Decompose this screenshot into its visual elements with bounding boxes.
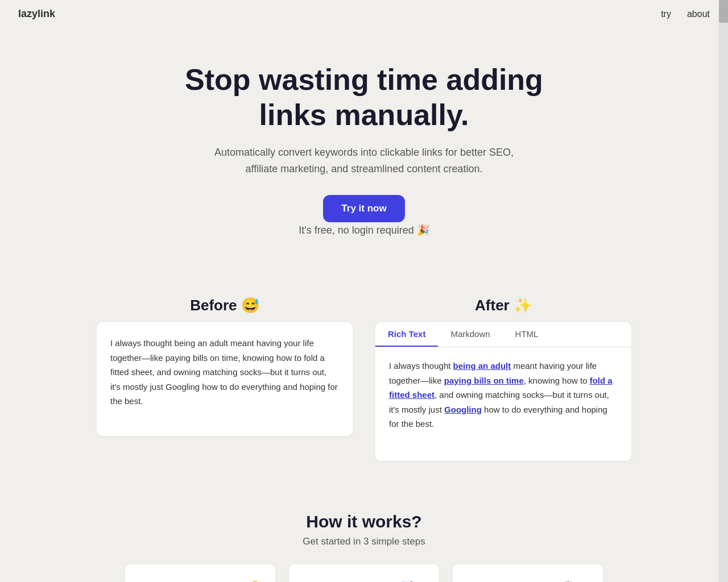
after-tabs: Rich Text Markdown HTML <box>375 322 631 347</box>
before-heading: Before 😅 <box>97 297 353 314</box>
nav-links: try about <box>661 9 710 19</box>
try-now-button[interactable]: Try it now <box>323 195 404 222</box>
nav-link-about[interactable]: about <box>687 9 710 19</box>
before-text: I always thought being an adult meant ha… <box>110 338 338 406</box>
link-googling[interactable]: Googling <box>444 405 482 414</box>
after-column: After ✨ Rich Text Markdown HTML I always… <box>375 297 631 461</box>
link-paying-bills[interactable]: paying bills on time <box>444 376 524 385</box>
hero-subtext: Automatically convert keywords into clic… <box>205 144 523 177</box>
before-column: Before 😅 I always thought being an adult… <box>97 297 353 461</box>
after-text-3: , knowing how to <box>524 376 590 385</box>
how-section: How it works? Get started in 3 simple st… <box>0 478 728 582</box>
step-card-3: 3. Copy and paste 📋 Get your content wit… <box>453 564 603 582</box>
hero-sub-label: It's free, no login required 🎉 <box>205 222 523 239</box>
scrollbar-track[interactable] <box>719 0 728 582</box>
before-box: I always thought being an adult meant ha… <box>97 322 353 436</box>
tab-html[interactable]: HTML <box>503 322 551 347</box>
step-card-1: 1. Define your keywords 🔑 Enter your key… <box>125 564 275 582</box>
nav-logo: lazylink <box>18 8 55 20</box>
after-text-1: I always thought <box>389 361 453 371</box>
scrollbar-thumb[interactable] <box>719 0 728 23</box>
link-being-an-adult[interactable]: being an adult <box>453 361 511 371</box>
after-heading: After ✨ <box>375 297 631 314</box>
nav-link-try[interactable]: try <box>661 9 671 19</box>
how-subheading: Get started in 3 simple steps <box>11 536 717 547</box>
navbar: lazylink try about <box>0 0 728 28</box>
after-content: I always thought being an adult meant ha… <box>375 347 631 461</box>
hero-section: Stop wasting time adding links manually.… <box>0 28 728 280</box>
steps-container: 1. Define your keywords 🔑 Enter your key… <box>80 564 648 582</box>
tab-rich-text[interactable]: Rich Text <box>375 322 438 347</box>
hero-headline: Stop wasting time adding links manually. <box>165 62 563 133</box>
after-box: Rich Text Markdown HTML I always thought… <box>375 322 631 461</box>
how-heading: How it works? <box>11 512 717 531</box>
tab-markdown[interactable]: Markdown <box>438 322 502 347</box>
comparison-section: Before 😅 I always thought being an adult… <box>51 280 677 478</box>
step-card-2: 2. Add your content 📝 Paste your text in… <box>289 564 439 582</box>
